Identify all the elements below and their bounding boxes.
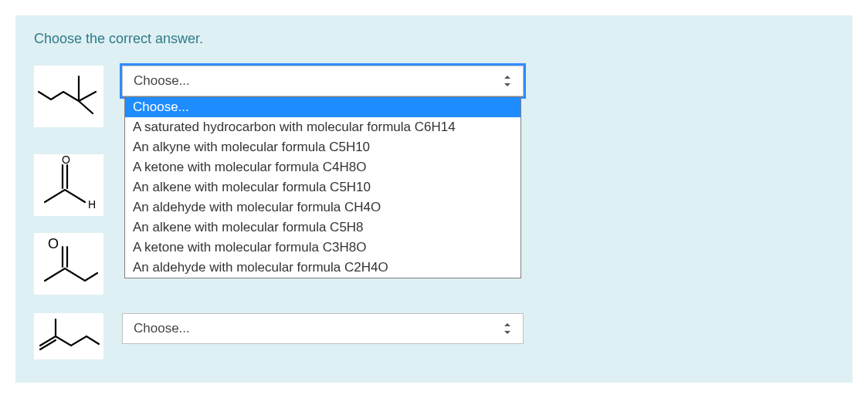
select-box-4[interactable]: Choose... (122, 313, 524, 344)
question-prompt: Choose the correct answer. (34, 31, 834, 47)
answer-row-3: O (34, 233, 103, 295)
select-wrap-1: Choose... Choose... A saturated hydrocar… (122, 66, 524, 96)
svg-text:O: O (62, 154, 70, 166)
dropdown-option[interactable]: A ketone with molecular formula C4H8O (125, 157, 520, 177)
select-caret-icon (504, 323, 512, 334)
dropdown-option[interactable]: An aldehyde with molecular formula CH4O (125, 197, 520, 218)
svg-text:O: O (48, 236, 59, 251)
dropdown-option[interactable]: An aldehyde with molecular formula C2H4O (125, 258, 520, 278)
molecule-thumb-4 (34, 313, 103, 359)
molecule-thumb-2: O H (34, 154, 103, 216)
select-value-4: Choose... (134, 321, 190, 336)
question-panel: Choose the correct answer. Choose... (15, 15, 853, 383)
answer-row-2: O H (34, 154, 103, 216)
dropdown-option[interactable]: An alkyne with molecular formula C5H10 (125, 137, 520, 157)
dropdown-option[interactable]: A ketone with molecular formula C3H8O (125, 238, 520, 258)
dropdown-option[interactable]: An alkene with molecular formula C5H8 (125, 218, 520, 238)
molecule-thumb-3: O (34, 233, 103, 295)
select-wrap-4: Choose... (122, 313, 524, 344)
dropdown-option[interactable]: Choose... (125, 97, 520, 117)
molecule-thumb-1 (34, 66, 103, 127)
select-caret-icon (504, 76, 512, 86)
answer-row-4: Choose... (34, 313, 524, 359)
answer-row-1: Choose... Choose... A saturated hydrocar… (34, 66, 834, 127)
dropdown-option[interactable]: An alkene with molecular formula C5H10 (125, 177, 520, 197)
select-box-1[interactable]: Choose... (122, 66, 524, 96)
dropdown-option[interactable]: A saturated hydrocarbon with molecular f… (125, 117, 520, 137)
dropdown-list-1: Choose... A saturated hydrocarbon with m… (124, 96, 521, 278)
select-value-1: Choose... (134, 73, 190, 89)
svg-text:H: H (88, 198, 96, 211)
